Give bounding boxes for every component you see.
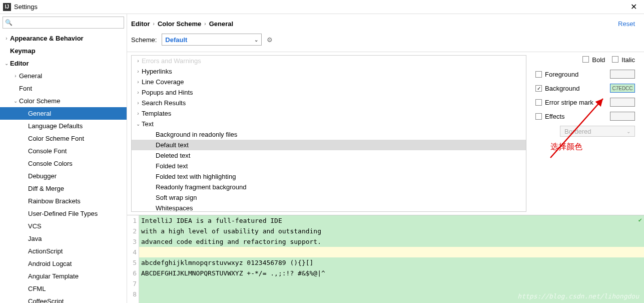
stripe-checkbox[interactable]	[535, 99, 542, 106]
tree-item[interactable]: Console Font	[0, 145, 127, 157]
preview-gutter: 12345678	[127, 215, 139, 303]
option-item[interactable]: ›Search Results	[132, 98, 526, 108]
tree-item[interactable]: Language Defaults	[0, 120, 127, 132]
stripe-swatch[interactable]	[610, 98, 635, 107]
search-box[interactable]: 🔍	[3, 17, 124, 29]
option-label: Search Results	[142, 99, 186, 107]
tree-item-label: User-Defined File Types	[28, 210, 98, 217]
option-label: Deleted text	[156, 152, 190, 159]
option-item[interactable]: ›Templates	[132, 108, 526, 119]
background-swatch[interactable]: C7EDCC	[610, 84, 635, 93]
tree-item[interactable]: Rainbow Brackets	[0, 195, 127, 207]
background-checkbox[interactable]: ✓	[535, 85, 542, 92]
option-item[interactable]: Whitespaces	[132, 203, 526, 212]
tree-item[interactable]: ⌄Editor	[0, 57, 127, 70]
preview-pane: 12345678 IntelliJ IDEA is a full-feature…	[127, 215, 644, 303]
bold-checkbox[interactable]	[582, 56, 589, 63]
tree-item[interactable]: VCS	[0, 220, 127, 232]
tree-item-label: Rainbow Brackets	[28, 197, 81, 205]
option-label: Readonly fragment background	[156, 183, 246, 191]
chevron-down-icon: ⌄	[626, 129, 630, 134]
options-list: ›Errors and Warnings›Hyperlinks›Line Cov…	[131, 55, 526, 212]
tree-item[interactable]: ›Appearance & Behavior	[0, 32, 127, 45]
tree-item-label: Language Defaults	[28, 122, 83, 130]
preview-line: advanced code editing and refactoring su…	[139, 236, 644, 247]
option-label: Soft wrap sign	[156, 194, 197, 201]
option-item[interactable]: Background in readonly files	[132, 129, 526, 140]
tree-item[interactable]: Keymap	[0, 45, 127, 57]
bold-label: Bold	[592, 56, 605, 64]
tree-item[interactable]: Font	[0, 82, 127, 95]
tree-item-label: Diff & Merge	[28, 185, 64, 192]
tree-item[interactable]: User-Defined File Types	[0, 207, 127, 220]
tree-item[interactable]: Java	[0, 232, 127, 245]
breadcrumb-item[interactable]: Editor	[131, 20, 150, 28]
expand-icon: ⌄	[3, 61, 10, 66]
tree-item[interactable]: ⌄Color Scheme	[0, 95, 127, 107]
tree-item[interactable]: General	[0, 107, 127, 120]
preview-lines: IntelliJ IDEA is a full-featured IDEwith…	[139, 215, 644, 303]
expand-icon: ›	[135, 90, 142, 95]
option-item[interactable]: ›Errors and Warnings	[132, 56, 526, 66]
tree-item[interactable]: Color Scheme Font	[0, 132, 127, 145]
chevron-right-icon: ›	[153, 21, 155, 27]
scheme-select[interactable]: Default ⌄	[162, 34, 262, 46]
option-item[interactable]: ⌄Text	[132, 119, 526, 129]
option-item[interactable]: Default text	[132, 140, 526, 150]
tree-item-label: Console Font	[28, 147, 67, 155]
foreground-swatch[interactable]	[610, 70, 635, 79]
tree-item[interactable]: Android Logcat	[0, 257, 127, 270]
tree-item[interactable]: Diff & Merge	[0, 182, 127, 195]
breadcrumb-item[interactable]: Color Scheme	[158, 20, 201, 28]
effects-label: Effects	[545, 113, 565, 120]
tree-item[interactable]: CFML	[0, 282, 127, 295]
option-item[interactable]: Deleted text	[132, 150, 526, 161]
breadcrumb-item: General	[209, 20, 233, 28]
italic-checkbox[interactable]	[612, 56, 618, 63]
reset-link[interactable]: Reset	[618, 20, 635, 28]
tree-item-label: CFML	[28, 285, 46, 292]
option-label: Background in readonly files	[156, 131, 237, 138]
option-item[interactable]: Readonly fragment background	[132, 182, 526, 192]
option-label: Popups and Hints	[142, 89, 193, 96]
tree-item[interactable]: CoffeeScript	[0, 295, 127, 303]
option-item[interactable]: Folded text with highlighting	[132, 171, 526, 182]
option-item[interactable]: ›Popups and Hints	[132, 87, 526, 98]
tree-item[interactable]: Angular Template	[0, 270, 127, 282]
tree-item-label: Android Logcat	[28, 260, 72, 267]
tree-item[interactable]: Console Colors	[0, 157, 127, 170]
option-item[interactable]: Folded text	[132, 161, 526, 171]
option-item[interactable]: ›Hyperlinks	[132, 66, 526, 77]
watermark: https://blog.csdn.net/lihongdou	[517, 292, 639, 300]
option-item[interactable]: ›Line Coverage	[132, 77, 526, 87]
tree-item[interactable]: ›General	[0, 70, 127, 82]
foreground-checkbox[interactable]	[535, 71, 542, 78]
scheme-value: Default	[165, 36, 187, 44]
option-item[interactable]: Soft wrap sign	[132, 192, 526, 203]
app-icon: IJ	[3, 3, 11, 11]
breadcrumb: Editor › Color Scheme › General Reset	[127, 14, 644, 32]
tree-item[interactable]: ActionScript	[0, 245, 127, 257]
settings-tree: ›Appearance & BehaviorKeymap⌄Editor›Gene…	[0, 31, 127, 303]
background-label: Background	[545, 85, 579, 92]
preview-line: ABCDEFGHIJKLMNOPQRSTUVWXYZ +-*/= .,;:!? …	[139, 268, 644, 278]
gear-icon[interactable]: ⚙	[267, 36, 273, 44]
titlebar: IJ Settings ✕	[0, 0, 644, 14]
search-icon: 🔍	[5, 19, 13, 26]
close-button[interactable]: ✕	[626, 2, 641, 12]
option-label: Templates	[142, 110, 171, 117]
scheme-label: Scheme:	[131, 36, 157, 44]
tree-item-label: Editor	[10, 60, 29, 67]
effects-checkbox[interactable]	[535, 113, 542, 120]
tree-item-label: Console Colors	[28, 160, 73, 167]
preview-line: with a high level of usability and outst…	[139, 226, 644, 236]
annotation-text: 选择颜色	[550, 142, 635, 152]
expand-icon: ›	[135, 79, 142, 85]
effects-swatch[interactable]	[610, 112, 635, 121]
option-label: Whitespaces	[156, 204, 193, 212]
tree-item[interactable]: Debugger	[0, 170, 127, 182]
search-input[interactable]	[15, 19, 122, 26]
expand-icon: ›	[12, 73, 19, 79]
tree-item-label: Font	[19, 85, 32, 92]
tree-item-label: General	[28, 110, 51, 117]
